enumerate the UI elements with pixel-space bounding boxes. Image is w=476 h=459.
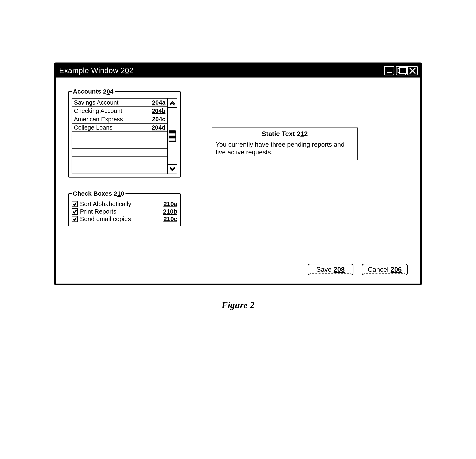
list-item-label: American Express	[74, 116, 149, 123]
static-text-body: You currently have three pending reports…	[216, 141, 354, 156]
accounts-legend: Accounts 204	[72, 88, 115, 95]
list-item-empty	[72, 157, 167, 165]
list-item-ref: 204c	[152, 116, 165, 123]
accounts-scrollbar	[168, 98, 177, 174]
checkbox-row: Print Reports210b	[72, 208, 177, 215]
scroll-up-button[interactable]	[168, 98, 177, 108]
minimize-button[interactable]	[384, 66, 394, 75]
cancel-button-label: Cancel	[368, 266, 389, 273]
static-text-box: Static Text 212 You currently have three…	[212, 127, 357, 160]
checkboxes-group: Check Boxes 210 Sort Alphabetically210aP…	[68, 190, 181, 226]
scrollbar-thumb[interactable]	[169, 130, 176, 142]
accounts-group: Accounts 204 Savings Account204aChecking…	[68, 88, 181, 177]
list-item-label: College Loans	[74, 124, 148, 131]
static-text-title: Static Text 212	[216, 130, 354, 138]
list-item-label: Checking Account	[74, 107, 148, 115]
checkbox-row: Sort Alphabetically210a	[72, 200, 177, 208]
list-item[interactable]: American Express204c	[72, 115, 167, 124]
checkbox[interactable]	[72, 201, 78, 207]
list-item[interactable]: Checking Account204b	[72, 107, 167, 115]
titlebar: Example Window 202	[56, 64, 420, 78]
list-item-empty	[72, 140, 167, 149]
checkbox[interactable]	[72, 208, 78, 215]
checkbox-label: Sort Alphabetically	[80, 200, 161, 208]
list-item-ref: 204b	[152, 107, 165, 115]
list-item-ref: 204d	[152, 124, 165, 131]
example-window: Example Window 202	[54, 62, 422, 285]
accounts-listbox[interactable]: Savings Account204aChecking Account204bA…	[72, 98, 168, 174]
list-item-empty	[72, 149, 167, 157]
checkbox-ref: 210c	[163, 215, 177, 222]
window-title-text: Example Window	[59, 66, 119, 75]
checkbox-row: Send email copies210c	[72, 215, 177, 222]
list-item[interactable]: College Loans204d	[72, 124, 167, 132]
list-item-label: Savings Account	[74, 99, 149, 106]
checkbox-label: Send email copies	[80, 215, 161, 222]
list-item-empty	[72, 165, 167, 174]
scrollbar-track[interactable]	[168, 108, 177, 164]
maximize-button[interactable]	[396, 66, 406, 75]
list-item-empty	[72, 132, 167, 140]
cancel-button[interactable]: Cancel 206	[362, 264, 408, 275]
dialog-buttons: Save 208 Cancel 206	[68, 264, 408, 275]
checkboxes-legend: Check Boxes 210	[72, 190, 126, 197]
window-controls	[384, 66, 418, 75]
checkbox-ref: 210a	[163, 200, 177, 208]
save-button-label: Save	[316, 266, 332, 273]
close-button[interactable]	[407, 66, 418, 75]
checkbox[interactable]	[72, 216, 78, 222]
scroll-down-button[interactable]	[168, 164, 177, 174]
list-item-ref: 204a	[152, 99, 165, 106]
figure-caption: Figure 2	[54, 300, 422, 310]
checkbox-ref: 210b	[163, 208, 177, 215]
save-button[interactable]: Save 208	[308, 264, 353, 275]
checkbox-label: Print Reports	[80, 208, 161, 215]
list-item[interactable]: Savings Account204a	[72, 98, 167, 107]
window-title: Example Window 202	[59, 66, 133, 75]
